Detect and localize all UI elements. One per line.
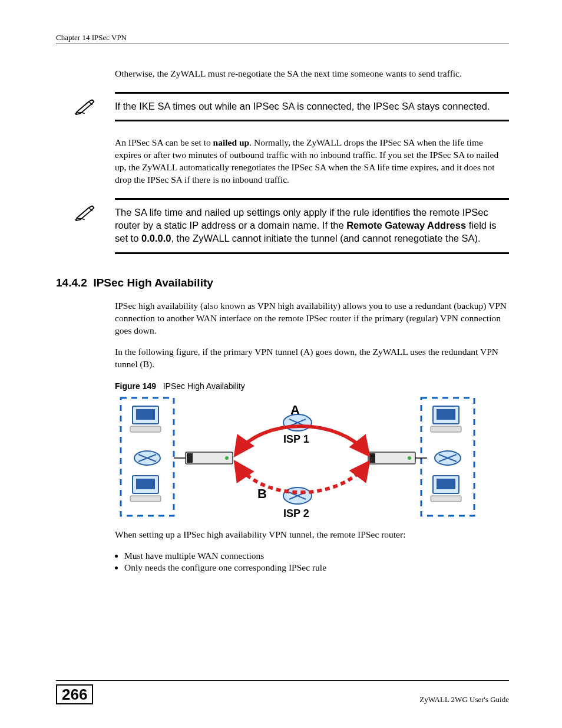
- figure-label-isp2: ISP 2: [283, 508, 309, 519]
- svg-rect-12: [437, 409, 455, 420]
- svg-point-22: [225, 456, 229, 460]
- computer-icon: [431, 476, 461, 502]
- computer-icon: [130, 406, 161, 432]
- paragraph-ha-2: In the following figure, if the primary …: [115, 346, 509, 371]
- svg-rect-24: [369, 453, 375, 463]
- note-text-1: If the IKE SA times out while an IPSec S…: [115, 94, 509, 120]
- svg-rect-21: [187, 453, 193, 463]
- chapter-header: Chapter 14 IPSec VPN: [56, 33, 509, 42]
- firewall-device-icon: [186, 452, 233, 464]
- bullet-list: Must have multiple WAN connections Only …: [124, 551, 509, 573]
- note-icon: [56, 94, 115, 118]
- svg-point-25: [408, 456, 411, 460]
- figure-diagram: A ISP 1 B ISP 2: [115, 393, 509, 525]
- svg-rect-18: [437, 479, 455, 489]
- paragraph-intro: Otherwise, the ZyWALL must re-negotiate …: [115, 68, 509, 80]
- figure-label-a: A: [290, 403, 300, 417]
- paragraph-ha-3: When setting up a IPSec high availabilit…: [115, 529, 509, 541]
- note-block-1: If the IKE SA times out while an IPSec S…: [56, 92, 509, 121]
- svg-rect-10: [130, 496, 161, 502]
- paragraph-nailed-up: An IPSec SA can be set to nailed up. Nor…: [115, 137, 509, 186]
- note-icon: [56, 200, 115, 225]
- svg-rect-13: [431, 426, 461, 432]
- note-text-2: The SA life time and nailed up settings …: [115, 200, 509, 252]
- router-icon: [435, 451, 461, 465]
- figure-label-isp1: ISP 1: [283, 433, 309, 445]
- note-block-2: The SA life time and nailed up settings …: [56, 198, 509, 254]
- svg-rect-9: [136, 479, 155, 489]
- computer-icon: [431, 406, 461, 432]
- svg-rect-4: [130, 426, 161, 432]
- figure-label-b: B: [257, 486, 267, 501]
- page-number: 266: [56, 684, 93, 704]
- guide-name: ZyWALL 2WG User's Guide: [419, 695, 509, 704]
- list-item: Must have multiple WAN connections: [124, 551, 509, 561]
- svg-rect-19: [431, 496, 461, 502]
- header-rule: [56, 44, 509, 44]
- paragraph-ha-1: IPSec high availability (also known as V…: [115, 300, 509, 337]
- page-footer: 266 ZyWALL 2WG User's Guide: [56, 680, 509, 704]
- svg-rect-3: [136, 409, 155, 420]
- firewall-device-icon: [368, 452, 415, 464]
- list-item: Only needs the configure one correspondi…: [124, 562, 509, 573]
- router-icon: [134, 451, 160, 465]
- figure-caption: Figure 149 IPSec High Availability: [115, 381, 509, 391]
- computer-icon: [130, 476, 161, 502]
- section-heading: 14.4.2 IPSec High Availability: [56, 276, 509, 289]
